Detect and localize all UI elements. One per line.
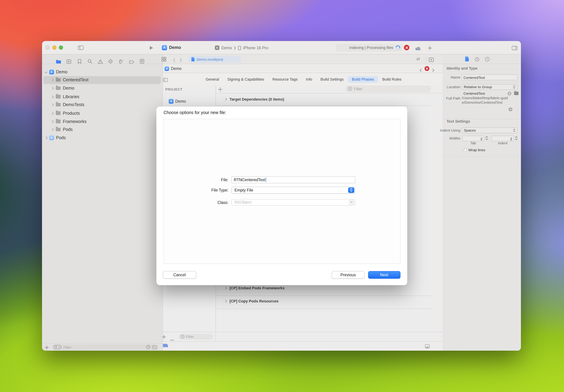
source-control-navigator-icon[interactable] bbox=[67, 59, 71, 65]
back-icon[interactable] bbox=[173, 57, 175, 64]
help-inspector-icon[interactable]: ? bbox=[485, 57, 489, 63]
row-embed-pods-frameworks[interactable]: [CP] Embed Pods Frameworks bbox=[224, 286, 285, 290]
tab-build-settings[interactable]: Build Settings bbox=[316, 76, 348, 83]
tree-item-demo-group[interactable]: Demo bbox=[43, 84, 161, 92]
file-type-popup[interactable]: Empty File bbox=[231, 186, 355, 194]
widths-label: Widths bbox=[442, 136, 460, 140]
folder-icon bbox=[55, 128, 60, 131]
zoom-button[interactable] bbox=[59, 45, 63, 50]
scheme-name[interactable]: Demo bbox=[221, 46, 232, 50]
indent-width-field[interactable]: 2 bbox=[491, 136, 514, 141]
filter-placeholder: Filter bbox=[63, 345, 144, 349]
indent-width-stepper[interactable] bbox=[515, 135, 518, 142]
minimize-button[interactable] bbox=[52, 45, 56, 50]
chevron-right-icon[interactable] bbox=[45, 136, 48, 139]
add-build-phase-button[interactable] bbox=[218, 87, 222, 93]
build-phases-filter-input[interactable]: Filter bbox=[345, 85, 431, 92]
tab-general[interactable]: General bbox=[201, 76, 223, 83]
chevron-right-icon[interactable] bbox=[51, 112, 54, 114]
tab-width-field[interactable]: 2 bbox=[462, 136, 484, 141]
tab-resource-tags[interactable]: Resource Tags bbox=[268, 76, 302, 83]
chevron-right-icon[interactable] bbox=[51, 103, 54, 106]
previous-button[interactable]: Previous bbox=[331, 271, 365, 279]
filter-menu-icon bbox=[53, 345, 62, 350]
issue-badge[interactable] bbox=[425, 66, 429, 71]
close-button[interactable] bbox=[45, 45, 50, 50]
add-button[interactable] bbox=[428, 45, 432, 52]
editor-mode-icon[interactable] bbox=[163, 344, 168, 347]
cancel-button[interactable]: Cancel bbox=[163, 271, 196, 279]
toggle-debug-area-icon[interactable] bbox=[425, 344, 429, 350]
tree-item-products[interactable]: Products bbox=[43, 109, 161, 117]
row-copy-pods-resources[interactable]: [CP] Copy Pods Resources bbox=[224, 299, 278, 303]
chevron-right-icon[interactable] bbox=[51, 87, 54, 90]
tab-overview-icon[interactable] bbox=[161, 57, 166, 63]
choose-folder-icon[interactable] bbox=[514, 92, 519, 95]
next-button[interactable]: Next bbox=[368, 271, 400, 279]
toggle-right-sidebar-icon[interactable] bbox=[512, 45, 518, 52]
issues-navigator-icon[interactable] bbox=[98, 59, 103, 65]
tree-item-libraries[interactable]: Libraries bbox=[43, 93, 161, 101]
tab-build-rules[interactable]: Build Rules bbox=[378, 76, 406, 83]
tab-build-phases[interactable]: Build Phases bbox=[348, 76, 378, 83]
location-popup[interactable]: Relative to Group bbox=[462, 84, 518, 90]
jump-bar-item[interactable]: Demo bbox=[171, 67, 181, 71]
tree-item-pods-project[interactable]: Pods bbox=[43, 134, 161, 142]
forward-icon[interactable] bbox=[179, 57, 182, 64]
folder-icon bbox=[55, 78, 60, 82]
split-editor-swap-icon[interactable]: ⇄ bbox=[416, 56, 420, 61]
cloud-icon[interactable] bbox=[415, 46, 421, 52]
wrap-lines-checkbox[interactable]: ✓ bbox=[462, 148, 466, 152]
tree-item-demo-project[interactable]: Demo bbox=[43, 68, 161, 76]
add-editor-icon[interactable] bbox=[428, 57, 434, 63]
xcode-window: Demo Demo ❯ iPhone 16 Pro Indexing | Pro… bbox=[42, 41, 521, 351]
chevron-right-icon[interactable] bbox=[51, 95, 54, 98]
remove-target-button[interactable] bbox=[170, 336, 174, 342]
toggle-left-sidebar-icon[interactable] bbox=[78, 45, 84, 51]
class-combo[interactable]: NSObject bbox=[231, 199, 355, 206]
next-issue-icon[interactable] bbox=[432, 67, 434, 73]
device-icon bbox=[238, 45, 241, 52]
chevron-right-icon[interactable] bbox=[51, 79, 54, 81]
tree-item-demotests[interactable]: DemoTests bbox=[43, 101, 161, 109]
row-target-dependencies[interactable]: Target Dependencies (0 items) bbox=[224, 97, 284, 101]
tab-demo-xcodeproj[interactable]: Demo.xcodeproj bbox=[189, 56, 241, 63]
history-inspector-icon[interactable] bbox=[475, 57, 479, 63]
open-path-arrow-icon[interactable] bbox=[509, 107, 512, 111]
tree-item-frameworks[interactable]: Frameworks bbox=[43, 117, 161, 125]
tab-info[interactable]: Info bbox=[302, 76, 316, 83]
chevron-right-icon[interactable] bbox=[224, 287, 227, 289]
chevron-right-icon[interactable] bbox=[51, 120, 54, 123]
file-inspector-icon[interactable] bbox=[465, 56, 469, 61]
project-navigator-icon[interactable] bbox=[56, 59, 61, 65]
outline-toggle-icon[interactable] bbox=[163, 77, 168, 83]
chevron-down-icon[interactable] bbox=[45, 70, 48, 73]
navigator-filter-input[interactable]: Filter bbox=[52, 344, 158, 350]
filter-placeholder: Filter bbox=[354, 87, 362, 91]
breakpoints-navigator-icon[interactable] bbox=[129, 59, 134, 65]
chevron-right-icon[interactable] bbox=[224, 98, 227, 101]
prev-issue-icon[interactable] bbox=[419, 67, 422, 73]
file-name: CenteredText bbox=[464, 91, 508, 95]
chevron-right-icon[interactable] bbox=[51, 128, 54, 131]
scheme-icon[interactable] bbox=[215, 45, 219, 50]
tab-signing-capabilities[interactable]: Signing & Capabilities bbox=[223, 76, 268, 83]
tab-width-stepper[interactable] bbox=[485, 135, 488, 142]
add-file-button[interactable] bbox=[45, 345, 49, 351]
sidebar-project-demo[interactable]: Demo bbox=[169, 99, 186, 103]
chevron-right-icon[interactable] bbox=[224, 300, 227, 302]
clear-icon[interactable] bbox=[508, 91, 511, 95]
targets-filter-input[interactable]: Filter bbox=[179, 334, 213, 339]
file-name-input[interactable]: RTNCenteredText bbox=[231, 176, 355, 183]
filter-placeholder: Filter bbox=[186, 335, 194, 339]
tree-item-pods-group[interactable]: Pods bbox=[43, 126, 161, 133]
run-destination[interactable]: iPhone 16 Pro bbox=[243, 46, 268, 50]
indent-using-popup[interactable]: Spaces bbox=[462, 127, 518, 133]
file-reference-row: CenteredText bbox=[464, 91, 519, 95]
name-field[interactable]: CenteredText bbox=[462, 74, 518, 80]
error-badge[interactable] bbox=[404, 45, 409, 50]
combo-chevron-icon bbox=[349, 200, 354, 205]
tree-item-centeredtext[interactable]: CenteredText bbox=[43, 76, 161, 84]
wrap-lines-label: Wrap lines bbox=[468, 148, 485, 152]
run-button[interactable] bbox=[149, 45, 153, 52]
